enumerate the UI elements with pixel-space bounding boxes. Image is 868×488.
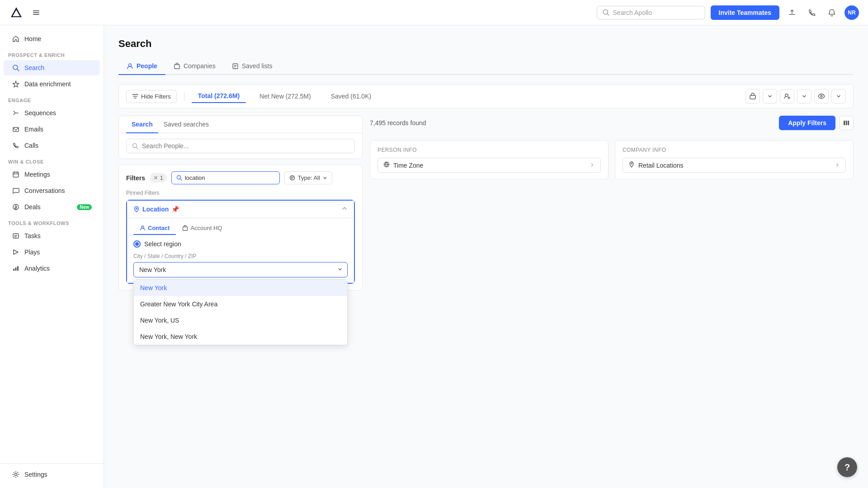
topbar-right: Search Apollo Invite Teammates NR: [597, 5, 859, 20]
filter-x-icon[interactable]: ✕: [153, 174, 158, 181]
deals-badge: New: [77, 204, 92, 210]
sidebar-item-analytics[interactable]: Analytics: [4, 261, 100, 276]
location-contact-tab[interactable]: Contact: [133, 222, 176, 235]
sidebar-section-prospect: Prospect & enrich: [0, 47, 104, 60]
svg-line-37: [180, 179, 182, 181]
sidebar-item-data-enrichment[interactable]: Data enrichment: [4, 76, 100, 92]
records-bar: 7,495 records found Apply Filters: [370, 116, 854, 130]
sidebar-item-sequences[interactable]: Sequences: [4, 105, 100, 121]
sidebar-item-calls[interactable]: Calls: [4, 138, 100, 153]
sidebar-search-label: Search: [24, 64, 44, 71]
dropdown-item-new-york[interactable]: New York: [134, 280, 347, 296]
svg-rect-17: [13, 234, 19, 238]
dropdown-item-new-york-new-york[interactable]: New York, New York: [134, 328, 347, 345]
tab-companies[interactable]: Companies: [165, 58, 224, 75]
contact-tab-icon: [140, 225, 146, 231]
location-account-hq-tab[interactable]: Account HQ: [176, 222, 228, 235]
sidebar-item-conversations[interactable]: Conversations: [4, 183, 100, 198]
type-filter-chevron: [323, 176, 327, 180]
dropdown-item-new-york-us[interactable]: New York, US: [134, 312, 347, 328]
filter-icon: [132, 93, 138, 99]
location-tabs: Contact Account HQ: [127, 218, 354, 235]
filters-panel: Search Saved searches: [118, 116, 363, 291]
select-region-label: Select region: [144, 240, 181, 248]
columns-icon-btn[interactable]: [839, 116, 854, 130]
briefcase-icon-btn[interactable]: [745, 89, 760, 103]
sidebar-toggle-icon[interactable]: [29, 5, 43, 20]
svg-rect-29: [750, 95, 755, 99]
pin-icon: 📌: [171, 206, 179, 213]
topbar-left: [9, 5, 43, 20]
timezone-field-label: Time Zone: [393, 162, 423, 169]
filter-search-input-wrapper[interactable]: [171, 171, 280, 184]
phone-icon[interactable]: [805, 5, 819, 20]
eye-chevron-btn[interactable]: [831, 89, 846, 103]
saved-tab-button[interactable]: Saved (61.0K): [325, 90, 378, 103]
briefcase-chevron-btn[interactable]: [763, 89, 777, 103]
svg-rect-3: [33, 12, 39, 13]
person-info-timezone-field[interactable]: Time Zone: [377, 158, 601, 173]
app-logo[interactable]: [9, 5, 24, 20]
filter-search-field[interactable]: [185, 174, 275, 181]
account-hq-tab-icon: [182, 225, 188, 231]
sidebar-deals-label: Deals: [24, 203, 41, 211]
global-search[interactable]: Search Apollo: [597, 6, 705, 19]
person-info-card: Person Info Time Zone: [370, 140, 609, 179]
search-people-input-wrapper[interactable]: [126, 139, 355, 153]
location-select-value: New York: [139, 266, 166, 273]
svg-rect-43: [846, 121, 847, 125]
select-region-radio: [133, 240, 141, 248]
tab-people[interactable]: People: [118, 58, 165, 75]
hide-filters-button[interactable]: Hide Filters: [126, 90, 177, 103]
sidebar-item-plays[interactable]: Plays: [4, 244, 100, 260]
sidebar-meetings-label: Meetings: [24, 171, 50, 178]
sidebar-item-deals[interactable]: Deals New: [4, 199, 100, 215]
filters-header-row: Filters ✕ 1: [126, 171, 355, 184]
right-panel: 7,495 records found Apply Filters: [370, 116, 854, 291]
search-people-field[interactable]: [142, 142, 349, 150]
sidebar-item-meetings[interactable]: Meetings: [4, 167, 100, 182]
retail-locations-label: Retail Locations: [638, 162, 684, 169]
help-button[interactable]: ?: [837, 457, 857, 477]
sidebar-item-settings[interactable]: Settings: [4, 467, 100, 482]
tab-companies-label: Companies: [184, 62, 216, 70]
search-icon: [603, 9, 609, 16]
dropdown-item-greater-nyc[interactable]: Greater New York City Area: [134, 296, 347, 312]
sidebar-item-home[interactable]: Home: [4, 31, 100, 47]
sidebar-item-emails[interactable]: Emails: [4, 122, 100, 137]
sidebar-section-tools: Tools & workflows: [0, 215, 104, 228]
apply-filters-button[interactable]: Apply Filters: [779, 116, 835, 130]
total-tab-button[interactable]: Total (272.6M): [192, 89, 246, 103]
sidebar-item-tasks[interactable]: Tasks: [4, 228, 100, 244]
net-new-tab-button[interactable]: Net New (272.5M): [253, 90, 317, 103]
sidebar-home-label: Home: [24, 35, 41, 42]
content-area: Search Saved searches: [118, 116, 854, 291]
page-title: Search: [118, 38, 854, 50]
tab-saved-lists[interactable]: Saved lists: [224, 58, 281, 75]
company-info-retail-field[interactable]: Retail Locations: [623, 158, 846, 173]
select-region-row[interactable]: Select region: [133, 240, 348, 248]
sidebar: Home Prospect & enrich Search Data enric…: [0, 25, 104, 488]
eye-icon-btn[interactable]: [814, 89, 829, 103]
retail-locations-chevron-icon: [835, 162, 840, 169]
sparkle-icon: [12, 80, 20, 88]
global-search-placeholder: Search Apollo: [613, 9, 652, 16]
bell-icon[interactable]: [825, 5, 839, 20]
invite-teammates-button[interactable]: Invite Teammates: [711, 5, 779, 20]
add-person-chevron-btn[interactable]: [797, 89, 811, 103]
location-pin-company-icon: [628, 161, 635, 169]
add-person-icon-btn[interactable]: [780, 89, 794, 103]
location-select-chevron: [337, 266, 343, 273]
saved-searches-sub-tab[interactable]: Saved searches: [158, 116, 214, 133]
sidebar-item-search[interactable]: Search: [4, 60, 100, 75]
avatar[interactable]: NR: [844, 5, 859, 20]
sidebar-conversations-label: Conversations: [24, 187, 65, 194]
type-filter-dropdown[interactable]: Type: All: [284, 171, 332, 184]
chat-icon: [12, 187, 20, 195]
phone-nav-icon: [12, 141, 20, 150]
upload-icon[interactable]: [785, 5, 799, 20]
collapse-chevron-icon[interactable]: [341, 205, 348, 213]
sidebar-emails-label: Emails: [24, 126, 43, 133]
search-sub-tab[interactable]: Search: [126, 116, 158, 133]
location-select-display[interactable]: New York: [133, 262, 348, 277]
